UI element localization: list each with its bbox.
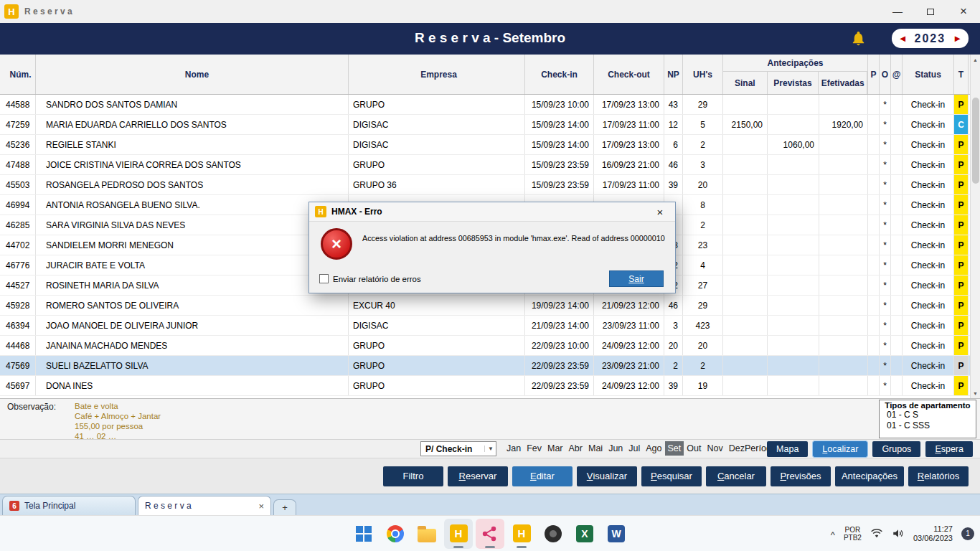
cell-checkin: 22/09/23 23:59 [525, 376, 594, 395]
cell-p [868, 95, 880, 114]
clock[interactable]: 11:27 03/06/2023 [913, 524, 953, 543]
dialog-close-button[interactable]: × [645, 202, 675, 222]
table-scrollbar[interactable]: ▲ ▼ [970, 55, 980, 398]
apartment-type-item[interactable]: 01 - C S [880, 410, 976, 420]
scroll-down-icon[interactable]: ▼ [971, 388, 980, 398]
month-ago[interactable]: Ago [643, 441, 664, 456]
table-row[interactable]: 45503ROSANGELA PEDROSO DOS SANTOSGRUPO 3… [0, 175, 970, 195]
tab-reserva[interactable]: R e s e r v a × [138, 496, 271, 515]
new-tab-button[interactable]: + [273, 499, 296, 515]
table-row[interactable]: 45928ROMERO SANTOS DE OLIVEIRAEXCUR 4019… [0, 296, 970, 316]
notification-count-badge[interactable]: 1 [961, 527, 974, 540]
column-header-nome: Nome [36, 55, 349, 94]
previous-year-button[interactable]: ◄ [898, 34, 908, 43]
tray-expand-icon[interactable]: ^ [831, 529, 835, 540]
cell-previstas [768, 95, 819, 114]
localizar-button[interactable]: Localizar [813, 441, 867, 457]
observation-line: 41 … 02 … [75, 431, 161, 439]
month-jul[interactable]: Jul [626, 441, 643, 456]
cell-num: 45697 [0, 376, 36, 395]
dark-app-button[interactable] [539, 519, 567, 549]
cell-checkout: 24/09/23 12:00 [594, 336, 664, 355]
observation-label: Observação: [7, 402, 56, 412]
month-mar[interactable]: Mar [545, 441, 566, 456]
table-row[interactable]: 44588SANDRO DOS SANTOS DAMIANGRUPO15/09/… [0, 95, 970, 115]
month-out[interactable]: Out [684, 441, 704, 456]
speaker-icon[interactable] [892, 528, 905, 539]
antecipacoes-button[interactable]: Antecipações [835, 466, 904, 486]
send-error-report-checkbox[interactable] [319, 274, 329, 283]
month-mai[interactable]: Mai [585, 441, 606, 456]
editar-button[interactable]: Editar [512, 466, 573, 486]
visualizar-button[interactable]: Visualizar [577, 466, 637, 486]
cell-empresa: GRUPO [349, 95, 525, 114]
tab-label: R e s e r v a [145, 501, 192, 511]
month-fev[interactable]: Fev [524, 441, 545, 456]
error-dialog-title: HMAX - Erro [331, 207, 382, 217]
month-jun[interactable]: Jun [606, 441, 626, 456]
notifications-bell-icon[interactable] [850, 30, 867, 47]
month-abr[interactable]: Abr [566, 441, 585, 456]
hmax-secondary-button[interactable]: H [507, 519, 536, 549]
cell-status: Check-in [903, 255, 954, 275]
tab-tela-principal[interactable]: 6 Tela Principal [2, 496, 136, 515]
pesquisar-button[interactable]: Pesquisar [641, 466, 702, 486]
word-button[interactable]: W [602, 519, 631, 549]
next-year-button[interactable]: ► [953, 34, 962, 43]
table-row[interactable]: 47488JOICE CRISTINA VIEIRA CORREA DOS SA… [0, 155, 970, 175]
close-button[interactable]: × [947, 0, 980, 23]
language-indicator[interactable]: POR PTB2 [844, 526, 862, 542]
cell-previstas [768, 195, 819, 215]
month-nov[interactable]: Nov [704, 441, 725, 456]
cell-efetivadas [819, 135, 868, 154]
cell-at [891, 155, 903, 174]
cell-status: Check-in [903, 336, 954, 355]
network-icon[interactable] [870, 528, 883, 539]
table-row[interactable]: 44468JANAINA MACHADO MENDESGRUPO22/09/23… [0, 336, 970, 356]
scroll-up-icon[interactable]: ▲ [971, 55, 980, 65]
cell-uhs: 4 [683, 255, 723, 275]
file-explorer-button[interactable] [413, 519, 441, 549]
table-row[interactable]: 46394JOAO MANOEL DE OLIVEIRA JUNIORDIGIS… [0, 316, 970, 336]
cell-num: 47488 [0, 155, 36, 174]
table-row[interactable]: 47259MARIA EDUARDA CARRIELLO DOS SANTOSD… [0, 115, 970, 135]
grupos-button[interactable]: Grupos [872, 441, 920, 457]
cell-sinal [723, 95, 768, 114]
cell-num: 46285 [0, 215, 36, 235]
cell-empresa: DIGISAC [349, 115, 525, 134]
month-set[interactable]: Set [665, 441, 684, 456]
relatorios-button[interactable]: Relatórios [908, 466, 969, 486]
table-row[interactable]: 45236REGIELE STANKIDIGISAC15/09/23 14:00… [0, 135, 970, 155]
start-button[interactable] [349, 519, 378, 549]
reservar-button[interactable]: Reservar [448, 466, 508, 486]
mapa-button[interactable]: Mapa [767, 441, 808, 457]
cell-previstas [768, 255, 819, 275]
checkin-filter-dropdown[interactable]: P/ Check-in ▼ [420, 441, 496, 456]
remote-share-button[interactable] [476, 519, 504, 549]
maximize-button[interactable] [914, 0, 947, 23]
scrollbar-thumb[interactable] [972, 98, 979, 184]
apartment-type-item[interactable]: 01 - C SSS [880, 420, 976, 431]
month-jan[interactable]: Jan [504, 441, 524, 456]
minimize-button[interactable]: — [881, 0, 914, 23]
error-dialog-titlebar[interactable]: H HMAX - Erro × [309, 202, 675, 222]
observation-panel: Observação: Bate e voltaCafé + Almoço + … [0, 398, 980, 439]
tab-close-icon[interactable]: × [258, 501, 264, 512]
table-row[interactable]: 47569SUELI BAZELATTO SILVAGRUPO22/09/23 … [0, 356, 970, 376]
filtro-button[interactable]: Filtro [383, 466, 443, 486]
exit-button[interactable]: Sair [609, 270, 664, 287]
excel-button[interactable]: X [570, 519, 599, 549]
hmax-app-button[interactable]: H [444, 519, 473, 549]
cell-num: 45236 [0, 135, 36, 154]
cell-o: * [880, 155, 891, 174]
cancelar-button[interactable]: Cancelar [706, 466, 766, 486]
year-selector: ◄ 2023 ► [892, 29, 969, 48]
cell-p [868, 276, 880, 295]
previsoes-button[interactable]: Previsões [771, 466, 831, 486]
espera-button[interactable]: Espera [925, 441, 973, 457]
column-header-empresa: Empresa [349, 55, 525, 94]
cell-at [891, 276, 903, 295]
chrome-button[interactable] [381, 519, 410, 549]
cell-status: Check-in [903, 296, 954, 315]
table-row[interactable]: 45697DONA INESGRUPO22/09/23 23:5924/09/2… [0, 376, 970, 396]
